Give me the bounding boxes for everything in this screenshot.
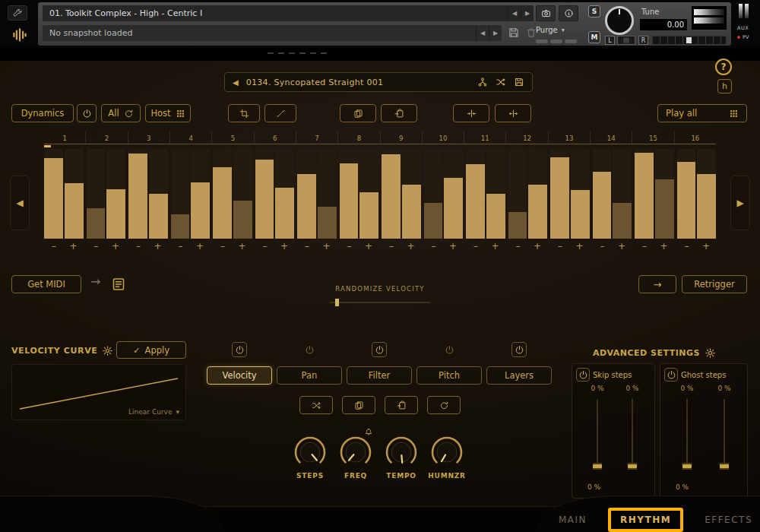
velocity-bar[interactable] bbox=[677, 162, 696, 239]
vertical-slider[interactable] bbox=[686, 399, 688, 469]
step-plus-button[interactable]: + bbox=[401, 241, 421, 253]
velocity-step[interactable] bbox=[275, 149, 294, 239]
velocity-step[interactable] bbox=[613, 149, 632, 239]
velocity-bar[interactable] bbox=[655, 179, 674, 239]
velocity-step[interactable] bbox=[677, 149, 696, 239]
step-plus-button[interactable]: + bbox=[527, 241, 547, 253]
power-layers[interactable] bbox=[511, 342, 527, 357]
velocity-bar[interactable] bbox=[635, 153, 654, 239]
instrument-title-bar[interactable]: 01. Toolkit Complex - High - Centric I ◀… bbox=[43, 5, 534, 21]
purge-menu[interactable]: Purge ▾ bbox=[536, 26, 565, 34]
velocity-step[interactable] bbox=[486, 149, 505, 239]
slider-handle[interactable] bbox=[628, 463, 637, 470]
next-snapshot-arrow[interactable]: ▶ bbox=[489, 25, 502, 41]
power-velocity[interactable] bbox=[232, 342, 247, 357]
panel-power-button[interactable] bbox=[576, 368, 590, 382]
velocity-bar[interactable] bbox=[128, 154, 147, 239]
snapshot-bar[interactable]: No snapshot loaded ◀ ▶ bbox=[43, 25, 502, 41]
velocity-step[interactable] bbox=[550, 149, 569, 239]
velocity-bar[interactable] bbox=[171, 214, 190, 239]
pattern-map-icon[interactable] bbox=[477, 77, 488, 87]
reset-values-button[interactable] bbox=[427, 396, 461, 414]
mute-button[interactable]: M bbox=[588, 31, 600, 43]
velocity-bar[interactable] bbox=[593, 172, 612, 239]
velocity-bar[interactable] bbox=[318, 207, 337, 239]
copy-values-button[interactable] bbox=[342, 396, 375, 414]
velocity-step[interactable] bbox=[213, 149, 232, 239]
slider-handle[interactable] bbox=[335, 299, 339, 306]
step-plus-button[interactable]: + bbox=[190, 241, 210, 253]
step-minus-button[interactable]: – bbox=[466, 241, 486, 253]
velocity-bar[interactable] bbox=[213, 167, 232, 239]
knob-tempo[interactable]: TEMPO bbox=[384, 435, 419, 470]
tab-pitch[interactable]: Pitch bbox=[416, 366, 482, 385]
scroll-left-button[interactable]: ◀ bbox=[10, 176, 30, 230]
velocity-bar[interactable] bbox=[571, 190, 590, 239]
velocity-bar[interactable] bbox=[340, 163, 359, 239]
tune-value[interactable]: 0.00 bbox=[640, 19, 687, 30]
snapshot-camera-button[interactable] bbox=[536, 5, 556, 21]
solo-button[interactable]: S bbox=[588, 5, 600, 17]
velocity-step[interactable] bbox=[444, 149, 463, 239]
velocity-bar[interactable] bbox=[697, 174, 716, 239]
aux-label[interactable]: AUX bbox=[737, 25, 749, 31]
velocity-bar[interactable] bbox=[297, 174, 316, 239]
velocity-step[interactable] bbox=[655, 149, 674, 239]
velocity-step[interactable] bbox=[593, 149, 612, 239]
step-plus-button[interactable]: + bbox=[443, 241, 463, 253]
velocity-bar[interactable] bbox=[486, 194, 505, 239]
vertical-slider[interactable] bbox=[632, 399, 633, 469]
velocity-bar[interactable] bbox=[424, 203, 443, 239]
tab-velocity[interactable]: Velocity bbox=[207, 366, 272, 385]
velocity-bar[interactable] bbox=[382, 154, 401, 239]
power-pitch[interactable] bbox=[442, 342, 457, 357]
velocity-curve-display[interactable]: Linear Curve▾ bbox=[11, 364, 186, 420]
velocity-step[interactable] bbox=[128, 149, 147, 239]
velocity-step[interactable] bbox=[466, 149, 485, 239]
velocity-bar[interactable] bbox=[613, 203, 632, 239]
dynamics-button[interactable]: Dynamics bbox=[11, 104, 74, 122]
curve-type-select[interactable]: Linear Curve▾ bbox=[128, 408, 179, 416]
step-minus-button[interactable]: – bbox=[550, 241, 570, 253]
crop-pattern-button[interactable] bbox=[228, 104, 260, 122]
randomize-values-button[interactable] bbox=[299, 396, 333, 414]
step-minus-button[interactable]: – bbox=[635, 241, 654, 253]
volume-slider[interactable] bbox=[652, 36, 727, 45]
step-minus-button[interactable]: – bbox=[255, 241, 275, 253]
power-pan[interactable] bbox=[302, 342, 317, 357]
step-plus-button[interactable]: + bbox=[64, 241, 84, 253]
copy-pattern-button[interactable] bbox=[340, 104, 376, 122]
velocity-step[interactable] bbox=[697, 149, 716, 239]
panel-power-button[interactable] bbox=[664, 368, 678, 382]
velocity-bar[interactable] bbox=[44, 158, 63, 239]
velocity-step[interactable] bbox=[382, 149, 401, 239]
step-minus-button[interactable]: – bbox=[677, 241, 697, 253]
velocity-step[interactable] bbox=[402, 149, 421, 239]
gear-icon[interactable] bbox=[102, 345, 113, 356]
velocity-bar[interactable] bbox=[550, 157, 569, 239]
slider-handle[interactable] bbox=[593, 463, 602, 470]
slider-handle[interactable] bbox=[720, 463, 729, 470]
step-minus-button[interactable]: – bbox=[382, 241, 401, 253]
velocity-step[interactable] bbox=[635, 149, 654, 239]
velocity-bar[interactable] bbox=[87, 208, 106, 239]
info-button[interactable] bbox=[559, 5, 578, 21]
velocity-step[interactable] bbox=[106, 149, 125, 239]
step-plus-button[interactable]: + bbox=[359, 241, 378, 253]
step-plus-button[interactable]: + bbox=[570, 241, 590, 253]
velocity-step[interactable] bbox=[44, 149, 63, 239]
knob-steps[interactable]: STEPS bbox=[293, 435, 328, 470]
step-plus-button[interactable]: + bbox=[148, 241, 168, 253]
vertical-slider[interactable] bbox=[597, 399, 598, 469]
all-reset-button[interactable]: All bbox=[101, 104, 141, 122]
host-sync-button[interactable]: Host bbox=[145, 104, 191, 122]
forward-button[interactable]: → bbox=[638, 275, 676, 293]
velocity-step[interactable] bbox=[571, 149, 590, 239]
step-plus-button[interactable]: + bbox=[106, 241, 125, 253]
pan-control[interactable] bbox=[617, 36, 635, 45]
velocity-step[interactable] bbox=[359, 149, 378, 239]
step-minus-button[interactable]: – bbox=[340, 241, 359, 253]
get-midi-button[interactable]: Get MIDI bbox=[11, 275, 81, 293]
velocity-step[interactable] bbox=[171, 149, 190, 239]
velocity-bar[interactable] bbox=[191, 182, 210, 239]
